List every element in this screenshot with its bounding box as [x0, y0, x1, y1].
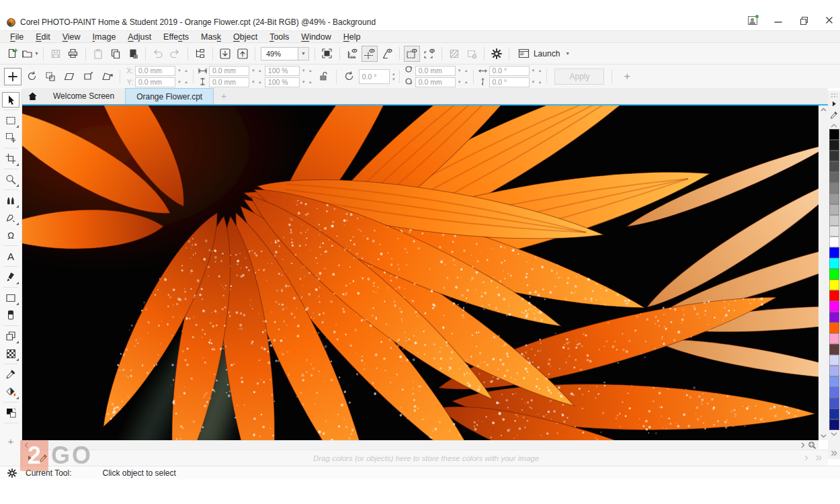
color-swatch[interactable]	[829, 172, 839, 183]
touch-up-tool[interactable]	[2, 210, 19, 226]
home-icon[interactable]	[22, 88, 42, 104]
color-swatch[interactable]	[829, 398, 839, 409]
skew-h-spinner[interactable]: ▼▲	[532, 69, 542, 73]
image-palette-flyout-icon[interactable]	[28, 455, 32, 461]
zoom-dropdown-caret-icon[interactable]: ▼	[298, 47, 309, 60]
perspective-mode-button[interactable]	[98, 68, 116, 85]
menu-mask[interactable]: Mask	[195, 32, 227, 42]
width-spinner[interactable]: ▼▲	[251, 69, 262, 73]
color-swatch[interactable]	[829, 344, 839, 355]
eyedropper-tool[interactable]	[2, 366, 19, 382]
crop-tool[interactable]	[2, 151, 19, 167]
menu-adjust[interactable]: Adjust	[122, 32, 157, 42]
color-swatch[interactable]	[829, 247, 839, 258]
new-tab-button[interactable]: +	[214, 88, 234, 104]
close-button[interactable]	[824, 15, 835, 26]
fill-tool[interactable]	[2, 384, 19, 400]
distort-mode-button[interactable]	[79, 68, 97, 85]
palette-scroll-up-icon[interactable]	[831, 124, 837, 128]
object-height-field[interactable]: 0.0 mm	[209, 77, 249, 87]
palette-flyout-icon[interactable]	[832, 101, 837, 107]
show-guidelines-button[interactable]	[379, 46, 395, 62]
acquire-image-button[interactable]	[192, 46, 208, 62]
color-swatch[interactable]	[829, 419, 839, 430]
foreground-background-color-control[interactable]	[2, 405, 19, 421]
image-palette-eyedropper-icon[interactable]	[39, 454, 48, 463]
menu-object[interactable]: Object	[227, 32, 263, 42]
color-swatch[interactable]	[829, 301, 839, 312]
scale-w-spinner[interactable]: ▼▲	[302, 69, 312, 73]
launch-caret-icon[interactable]: ▼	[565, 51, 570, 56]
menu-window[interactable]: Window	[295, 32, 337, 42]
status-gear-icon[interactable]	[7, 468, 17, 478]
zoom-level-combobox[interactable]: 49% ▼	[261, 47, 309, 60]
x-position-field[interactable]: 0.0 mm	[135, 66, 175, 76]
vertical-scrollbar[interactable]	[818, 104, 828, 440]
color-swatch[interactable]	[829, 204, 839, 215]
zoom-level-value[interactable]: 49%	[261, 47, 298, 60]
rectangle-tool[interactable]	[2, 290, 19, 306]
color-swatch[interactable]	[829, 269, 839, 280]
scroll-down-icon[interactable]	[821, 434, 827, 438]
eraser-tool[interactable]	[2, 307, 19, 323]
fullscreen-preview-button[interactable]	[319, 46, 335, 62]
palette-eyedropper-icon[interactable]	[830, 111, 838, 120]
horizontal-scrollbar[interactable]	[22, 440, 818, 450]
color-swatch[interactable]	[829, 355, 839, 366]
show-rulers-button[interactable]	[344, 46, 360, 62]
text-tool[interactable]: A	[2, 248, 19, 264]
color-swatch[interactable]	[829, 194, 839, 204]
rectangle-mask-tool[interactable]	[2, 112, 19, 128]
color-swatch[interactable]	[829, 237, 839, 247]
color-swatch[interactable]	[829, 226, 839, 237]
color-swatch[interactable]	[829, 333, 839, 344]
scale-mode-button[interactable]	[42, 68, 59, 85]
clone-tool[interactable]	[2, 192, 19, 208]
mask-transform-tool[interactable]	[2, 130, 19, 146]
skew-horizontal-field[interactable]: 0.0 °	[489, 66, 530, 76]
open-dropdown-caret-icon[interactable]: ▼	[34, 51, 39, 56]
x-spinner[interactable]: ▼▲	[177, 69, 188, 73]
scroll-up-icon[interactable]	[821, 108, 827, 112]
copy-button[interactable]	[108, 46, 124, 62]
scroll-right-icon[interactable]	[801, 442, 805, 448]
position-mode-button[interactable]	[4, 68, 22, 85]
color-swatch[interactable]	[829, 151, 839, 161]
object-transparency-tool[interactable]	[2, 328, 19, 344]
zoom-tool[interactable]	[2, 171, 19, 187]
red-eye-removal-tool[interactable]: Ω	[2, 227, 19, 243]
lock-ratio-button[interactable]	[314, 68, 332, 85]
menu-file[interactable]: File	[4, 32, 30, 42]
menu-tools[interactable]: Tools	[263, 32, 295, 42]
tab-orange-flower[interactable]: Orange Flower.cpt	[125, 88, 214, 104]
menu-effects[interactable]: Effects	[157, 32, 195, 42]
color-swatch[interactable]	[829, 376, 839, 387]
color-swatch[interactable]	[829, 140, 839, 151]
height-spinner[interactable]: ▼▲	[251, 80, 262, 84]
new-document-button[interactable]	[4, 46, 20, 62]
color-swatch[interactable]	[829, 161, 839, 172]
rotation-center-y-field[interactable]: 0.0 mm	[415, 77, 456, 87]
menu-image[interactable]: Image	[87, 32, 122, 42]
skew-mode-button[interactable]	[60, 68, 78, 85]
center-x-spinner[interactable]: ▼▲	[458, 69, 468, 73]
menu-view[interactable]: View	[56, 32, 87, 42]
color-swatch[interactable]	[829, 215, 839, 226]
options-gear-button[interactable]	[489, 46, 505, 62]
center-y-spinner[interactable]: ▼▲	[458, 80, 468, 84]
skew-v-spinner[interactable]: ▼▲	[532, 80, 542, 84]
customize-toolbox-button[interactable]: +	[2, 433, 19, 449]
print-button[interactable]	[65, 46, 81, 62]
open-button[interactable]: ▼	[22, 46, 39, 62]
navigator-icon[interactable]	[808, 441, 816, 450]
palette-grip[interactable]	[831, 93, 837, 97]
color-swatch[interactable]	[829, 280, 839, 290]
paint-tool[interactable]	[2, 269, 19, 285]
scale-h-spinner[interactable]: ▼▲	[302, 80, 312, 84]
rotation-center-x-field[interactable]: 0.0 mm	[415, 66, 456, 76]
add-propbar-item-button[interactable]: +	[616, 71, 638, 83]
show-mask-marquee-button[interactable]	[404, 46, 420, 62]
menu-help[interactable]: Help	[337, 32, 367, 42]
rotate-mode-button[interactable]	[23, 68, 40, 85]
palette-scroll-down-icon[interactable]	[831, 432, 837, 436]
